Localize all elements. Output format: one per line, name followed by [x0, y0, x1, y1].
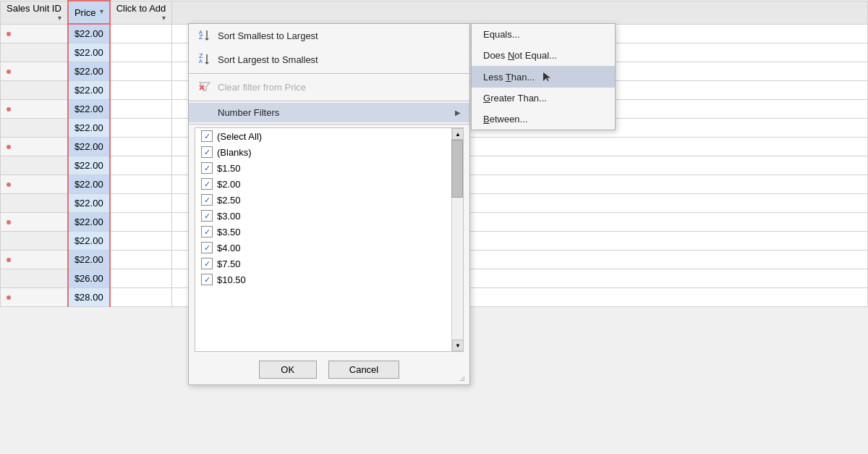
menu-divider-3: [189, 124, 469, 125]
col-header-empty: [172, 1, 868, 24]
submenu-does-not-equal-label: Does Not Equal...: [483, 50, 557, 61]
cursor-icon: [540, 71, 552, 83]
clear-filter-icon: [197, 80, 212, 95]
checkbox-1-50-label: $1.50: [217, 163, 241, 174]
checkbox-10-50-box[interactable]: [201, 274, 213, 285]
col-price-label: Price: [75, 7, 96, 18]
checkbox-3-00-box[interactable]: [201, 210, 213, 222]
row-marker: [7, 220, 11, 224]
extra-cell: [110, 250, 172, 269]
row-marker: [7, 70, 11, 74]
table-row: [1, 287, 68, 306]
checkbox-list-scrollbar[interactable]: ▲ ▼: [451, 128, 463, 351]
checkbox-select-all-label: (Select All): [217, 131, 262, 142]
checkbox-1-50-box[interactable]: [201, 162, 213, 174]
table-row: [1, 62, 68, 80]
resize-handle[interactable]: ⊿: [459, 374, 467, 382]
price-cell: $22.00: [68, 62, 110, 80]
checkbox-2-00[interactable]: $2.00: [195, 176, 463, 192]
price-cell: $22.00: [68, 250, 110, 269]
table-row: [1, 269, 68, 287]
table-row: [1, 99, 68, 118]
checkbox-blanks-box[interactable]: [201, 146, 213, 158]
col-header-click-to-add[interactable]: Click to Add ▾: [110, 1, 172, 24]
checkbox-3-00[interactable]: $3.00: [195, 208, 463, 224]
price-cell: $22.00: [68, 43, 110, 62]
table-row: [1, 43, 68, 62]
col-header-sales-unit-id[interactable]: Sales Unit ID ▾: [1, 1, 68, 24]
checkbox-10-50[interactable]: $10.50: [195, 272, 463, 287]
checkbox-4-00[interactable]: $4.00: [195, 240, 463, 256]
extra-cell: [110, 156, 172, 175]
underline-g: G: [483, 93, 490, 104]
table-row: [1, 80, 68, 99]
checkbox-1-50[interactable]: $1.50: [195, 160, 463, 176]
checkbox-10-50-label: $10.50: [217, 274, 246, 285]
table-row: [1, 24, 68, 43]
submenu-less-than[interactable]: Less Than...: [472, 66, 615, 88]
price-cell: $22.00: [68, 193, 110, 212]
submenu-does-not-equal[interactable]: Does Not Equal...: [472, 45, 615, 66]
price-cell: $22.00: [68, 118, 110, 137]
col-sales-dropdown-arrow[interactable]: ▾: [58, 14, 61, 22]
scrollbar-thumb[interactable]: [451, 140, 463, 198]
extra-cell: [110, 80, 172, 99]
submenu-equals-label: Equals...: [483, 29, 520, 40]
scrollbar-down-arrow[interactable]: ▼: [452, 340, 464, 351]
sort-desc-menu-item[interactable]: Z A Sort Largest to Smallest: [189, 48, 469, 72]
checkbox-3-50-label: $3.50: [217, 227, 241, 237]
price-cell: $22.00: [68, 231, 110, 250]
price-cell: $22.00: [68, 137, 110, 156]
submenu-greater-than[interactable]: Greater Than...: [472, 88, 615, 109]
checkbox-3-00-label: $3.00: [217, 211, 241, 222]
checkbox-7-50[interactable]: $7.50: [195, 256, 463, 272]
row-marker: [7, 145, 11, 149]
extra-cell: [110, 269, 172, 287]
sort-asc-menu-item[interactable]: A Z Sort Smallest to Largest: [189, 24, 469, 48]
checkbox-7-50-box[interactable]: [201, 258, 213, 269]
price-cell: $22.00: [68, 212, 110, 231]
checkbox-2-50[interactable]: $2.50: [195, 192, 463, 208]
checkbox-select-all-box[interactable]: [201, 130, 213, 142]
number-filters-submenu: Equals... Does Not Equal... Less Than...…: [471, 23, 616, 130]
row-marker: [7, 258, 11, 262]
underline-t: T: [506, 72, 511, 83]
extra-cell: [110, 62, 172, 80]
svg-text:Z: Z: [199, 33, 203, 41]
checkbox-2-00-label: $2.00: [217, 179, 241, 190]
menu-divider-2: [189, 101, 469, 101]
col-price-dropdown-arrow[interactable]: ▾: [100, 7, 103, 15]
number-filters-menu-item[interactable]: Number Filters ▶: [189, 103, 469, 122]
sort-asc-icon: A Z: [197, 28, 212, 43]
checkbox-list: (Select All) (Blanks) $1.50 $2.00 $2.50 …: [195, 127, 464, 352]
checkbox-blanks[interactable]: (Blanks): [195, 144, 463, 160]
extra-cell: [110, 231, 172, 250]
underline-not: N: [508, 50, 514, 61]
cancel-button[interactable]: Cancel: [328, 361, 399, 379]
checkbox-2-00-box[interactable]: [201, 178, 213, 190]
col-clicktoadd-dropdown-arrow[interactable]: ▾: [162, 14, 166, 22]
filter-dropdown-menu: A Z Sort Smallest to Largest Z A Sort La…: [188, 23, 470, 385]
col-sales-label: Sales Unit ID: [7, 3, 61, 14]
checkbox-select-all[interactable]: (Select All): [195, 128, 463, 144]
checkbox-3-50[interactable]: $3.50: [195, 224, 463, 240]
checkbox-4-00-box[interactable]: [201, 242, 213, 253]
submenu-between[interactable]: Between...: [472, 109, 615, 130]
scrollbar-up-arrow[interactable]: ▲: [452, 128, 464, 140]
row-marker: [7, 32, 11, 36]
col-header-price[interactable]: Price ▾: [68, 1, 110, 24]
submenu-equals[interactable]: Equals...: [472, 24, 615, 45]
checkbox-3-50-box[interactable]: [201, 226, 213, 237]
ok-button[interactable]: OK: [259, 361, 317, 379]
table-row: [1, 250, 68, 269]
row-marker: [7, 182, 11, 187]
extra-cell: [110, 287, 172, 306]
submenu-between-label: Between...: [483, 114, 527, 125]
sort-asc-label: Sort Smallest to Largest: [218, 30, 461, 41]
price-cell: $22.00: [68, 175, 110, 193]
number-filters-label: Number Filters: [218, 107, 449, 118]
submenu-arrow-icon: ▶: [455, 109, 461, 117]
row-marker: [7, 107, 11, 112]
extra-cell: [110, 99, 172, 118]
checkbox-2-50-box[interactable]: [201, 194, 213, 206]
